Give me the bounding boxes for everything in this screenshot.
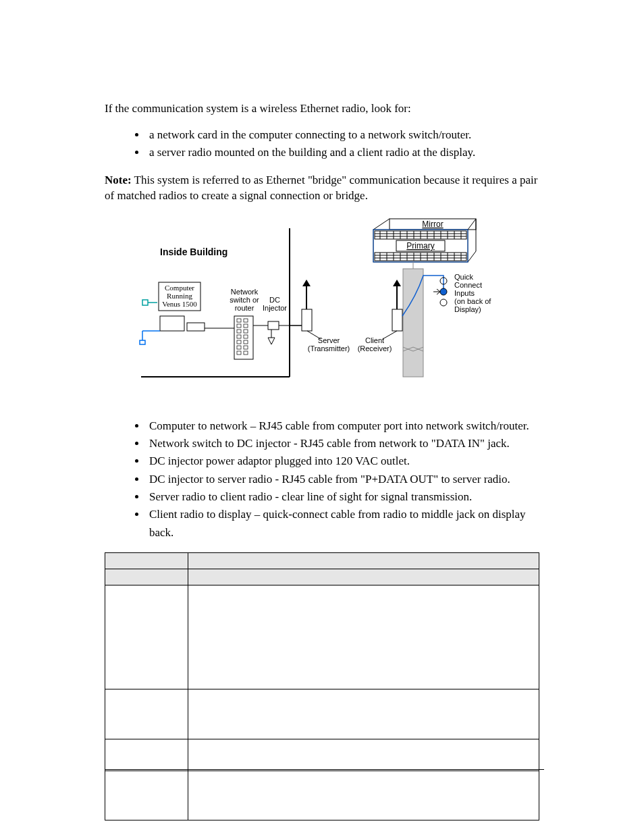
client-label-1: Client [365,336,384,344]
svg-rect-27 [268,321,279,330]
list-item: . [208,776,538,789]
svg-rect-18 [237,335,241,338]
list-item: . [208,744,538,758]
network-diagram: Inside Building Computer Running Venus 1… [133,215,511,397]
list-item: . [208,708,538,721]
note-label: Note: [105,174,132,186]
cell-bullet-list: . [189,740,538,762]
svg-rect-14 [237,324,241,328]
svg-line-79 [468,251,476,262]
svg-rect-35 [392,309,402,331]
client-label-2: (Receiver) [358,344,392,353]
qc-label-4: (on back of [454,297,491,305]
computer-label-3: Venus 1500 [162,300,197,308]
server-label-1: Server [318,336,340,344]
inside-building-label: Inside Building [160,246,227,257]
svg-rect-19 [244,335,248,338]
svg-rect-17 [244,330,248,333]
reference-table: . . . . . . . . . [105,552,539,821]
table-row: . [105,739,539,771]
server-label-2: (Transmitter) [308,344,350,353]
computer-label-1: Computer [165,284,194,292]
list-item: Computer to network – RJ45 cable from co… [146,417,539,435]
svg-rect-4 [187,323,205,331]
svg-rect-24 [237,351,241,355]
dc-label-1: DC [269,296,280,304]
list-item: . [208,607,538,621]
list-item: . [208,789,538,802]
svg-rect-25 [244,351,248,355]
list-item: . [208,721,538,734]
dc-label-2: Injector [263,304,287,312]
intro-bullet-list: a network card in the computer connectin… [105,126,539,162]
network-label-3: router [235,304,254,312]
qc-label-3: Inputs [454,289,475,297]
primary-label: Primary [406,241,434,251]
svg-line-77 [373,219,390,230]
svg-line-37 [383,331,397,339]
network-label-1: Network [231,288,259,296]
footer-rule [105,769,544,770]
network-label-2: switch or [230,296,259,304]
table-row: . . . [105,771,539,820]
svg-rect-12 [237,319,241,322]
list-item: . [208,650,538,663]
mirror-label: Mirror [422,219,443,229]
list-item: DC injector to server radio - RJ45 cable… [146,471,539,488]
list-item: . [208,667,538,681]
list-item: Network switch to DC injector - RJ45 cab… [146,435,539,452]
note-text: This system is referred to as Ethernet "… [105,174,537,202]
connections-bullet-list: Computer to network – RJ45 cable from co… [105,417,539,542]
table-subheader-row [105,569,539,585]
svg-point-39 [440,288,447,295]
list-item: . [208,694,538,708]
svg-rect-21 [244,340,248,344]
list-item: Server radio to client radio - clear lin… [146,488,539,506]
list-item: Client radio to display – quick-connect … [146,506,539,542]
list-item: . [208,633,538,646]
list-item: DC injector power adaptor plugged into 1… [146,452,539,470]
note-paragraph: Note: This system is referred to as Ethe… [105,173,539,204]
svg-rect-22 [237,346,241,349]
svg-rect-15 [244,324,248,328]
computer-label-2: Running [167,292,192,300]
table-header-row [105,552,539,569]
svg-rect-13 [244,319,248,322]
cell-bullet-list: . . . . . [189,586,538,689]
qc-label-2: Connect [454,281,482,289]
svg-rect-20 [237,340,241,344]
list-item: . [208,590,538,604]
intro-paragraph: If the communication system is a wireles… [105,101,539,117]
svg-rect-16 [237,330,241,333]
svg-point-40 [440,299,447,306]
qc-label-1: Quick [454,273,474,281]
cell-bullet-list: . . . [189,772,538,820]
svg-rect-23 [244,346,248,349]
svg-line-33 [307,331,321,339]
svg-rect-31 [302,309,312,331]
svg-rect-9 [142,300,148,305]
svg-rect-7 [140,340,145,344]
svg-rect-3 [160,316,184,331]
cell-bullet-list: . . . [189,690,538,738]
table-row: . . . . . [105,585,539,689]
page: If the communication system is a wireles… [0,0,644,834]
qc-label-5: Display) [454,305,481,313]
table-row: . . . [105,689,539,739]
list-item: . [208,802,538,816]
list-item: a network card in the computer connectin… [146,126,539,144]
list-item: a server radio mounted on the building a… [146,144,539,161]
